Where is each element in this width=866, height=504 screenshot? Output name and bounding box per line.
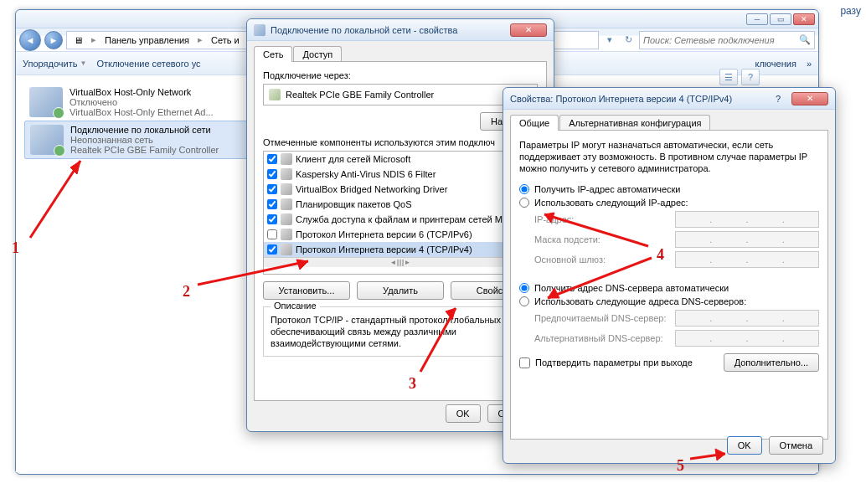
search-icon: 🔍 <box>799 34 811 45</box>
component-label: Kaspersky Anti-Virus NDIS 6 Filter <box>296 169 436 179</box>
radio-manual-dns[interactable] <box>519 296 529 306</box>
subnet-mask-label: Маска подсети: <box>534 234 668 244</box>
component-checkbox[interactable] <box>267 244 277 255</box>
subnet-mask-input: ... <box>675 231 819 248</box>
intro-text: Параметры IP могут назначаться автоматич… <box>519 139 819 174</box>
component-checkbox[interactable] <box>267 199 277 209</box>
folder-icon: 🖥 <box>70 35 86 45</box>
components-listbox[interactable]: Клиент для сетей Microsoft Kaspersky Ant… <box>263 151 538 275</box>
ok-button[interactable]: OK <box>727 436 762 455</box>
close-button[interactable]: ✕ <box>793 13 815 25</box>
radio-manual-ip[interactable] <box>519 198 529 208</box>
radio-auto-ip[interactable] <box>519 184 529 194</box>
help-button[interactable]: ? <box>770 94 786 104</box>
nic-icon <box>269 89 281 100</box>
annotation-number-1: 1 <box>12 239 19 257</box>
ip-address-label: IP-адрес: <box>534 214 668 224</box>
annotation-number-5: 5 <box>677 457 684 475</box>
description-text: Протокол TCP/IP - стандартный протокол г… <box>271 314 530 349</box>
component-checkbox[interactable] <box>267 184 277 194</box>
component-icon <box>281 183 292 195</box>
adapter-title: Подключение по локальной сети <box>70 125 219 135</box>
component-item[interactable]: Kaspersky Anti-Virus NDIS 6 Filter <box>264 167 537 182</box>
adapter-device: Realtek PCIe GBE Family Controller <box>70 145 219 155</box>
validate-label: Подтвердить параметры при выходе <box>535 357 693 368</box>
tab-alternative[interactable]: Альтернативная конфигурация <box>559 115 710 131</box>
radio-auto-dns-label: Получить адрес DNS-сервера автоматически <box>534 283 729 293</box>
component-checkbox[interactable] <box>267 229 277 239</box>
component-item[interactable]: Служба доступа к файлам и принтерам сете… <box>264 212 537 227</box>
component-checkbox[interactable] <box>267 154 277 164</box>
cancel-button[interactable]: Отмена <box>769 436 823 455</box>
tab-access[interactable]: Доступ <box>293 46 342 62</box>
gateway-input: ... <box>675 251 819 268</box>
component-item[interactable]: Клиент для сетей Microsoft <box>264 152 537 167</box>
component-label: Клиент для сетей Microsoft <box>296 154 410 164</box>
component-item[interactable]: VirtualBox Bridged Networking Driver <box>264 182 537 197</box>
breadcrumb-dropdown[interactable]: ▾ <box>602 34 617 45</box>
disable-device-item[interactable]: Отключение сетевого ус <box>96 59 200 69</box>
install-button[interactable]: Установить... <box>263 281 350 300</box>
tab-network[interactable]: Сеть <box>254 46 292 62</box>
annotation-number-4: 4 <box>657 246 664 264</box>
tab-strip: Общие Альтернативная конфигурация <box>503 110 835 131</box>
horizontal-scrollbar[interactable]: ◄ III ► <box>264 257 537 267</box>
ipv4-properties-dialog: Свойства: Протокол Интернета версии 4 (T… <box>503 87 836 464</box>
dialog-title: Подключение по локальной сети - свойства <box>271 25 505 35</box>
organize-menu[interactable]: Упорядочить▼ <box>23 59 86 69</box>
adapter-device: VirtualBox Host-Only Ethernet Ad... <box>70 107 214 117</box>
component-icon <box>281 244 292 255</box>
chevron-right-icon: ▸ <box>88 34 100 45</box>
component-item[interactable]: Планировщик пакетов QoS <box>264 197 537 212</box>
alternate-dns-input: ... <box>675 330 819 347</box>
view-button[interactable]: ☰ <box>719 69 738 85</box>
adapter-title: VirtualBox Host-Only Network <box>70 87 214 97</box>
description-title: Описание <box>271 301 320 311</box>
components-label: Отмеченные компоненты используются этим … <box>263 137 538 147</box>
nav-forward-button[interactable]: ► <box>44 31 63 49</box>
background-text: разу <box>840 5 861 17</box>
radio-manual-dns-label: Использовать следующие адреса DNS-сервер… <box>534 296 746 306</box>
component-item[interactable]: Протокол Интернета версии 6 (TCP/IPv6) <box>264 227 537 242</box>
component-label: Служба доступа к файлам и принтерам сете… <box>296 214 503 224</box>
network-adapter-icon <box>30 125 64 155</box>
radio-manual-ip-label: Использовать следующий IP-адрес: <box>534 198 688 208</box>
adapter-status: Неопознанная сеть <box>70 135 219 145</box>
component-item[interactable]: Протокол Интернета версии 4 (TCP/IPv4) <box>264 242 537 257</box>
close-button[interactable]: ✕ <box>510 23 547 37</box>
radio-auto-dns[interactable] <box>519 283 529 293</box>
toolbar-overflow[interactable]: » <box>807 59 812 69</box>
description-group: Описание Протокол TCP/IP - стандартный п… <box>263 306 538 357</box>
component-checkbox[interactable] <box>267 214 277 224</box>
diagnose-item[interactable]: ключения <box>755 59 796 69</box>
tab-general[interactable]: Общие <box>510 115 559 131</box>
dialog-titlebar: Свойства: Протокол Интернета версии 4 (T… <box>503 88 835 110</box>
refresh-icon[interactable]: ↻ <box>621 34 636 45</box>
close-button[interactable]: ✕ <box>791 92 828 105</box>
annotation-number-3: 3 <box>409 375 416 393</box>
component-checkbox[interactable] <box>267 169 277 179</box>
validate-checkbox[interactable] <box>519 357 530 368</box>
tab-panel-general: Параметры IP могут назначаться автоматич… <box>510 130 828 440</box>
chevron-right-icon: ▸ <box>194 34 206 45</box>
network-adapter-icon <box>29 87 63 117</box>
adapter-status: Отключено <box>70 97 214 107</box>
maximize-button[interactable]: ▭ <box>770 13 791 25</box>
component-icon <box>281 213 292 225</box>
device-name: Realtek PCIe GBE Family Controller <box>286 90 434 100</box>
ok-button[interactable]: OK <box>446 404 481 423</box>
minimize-button[interactable]: ─ <box>746 13 768 25</box>
remove-button[interactable]: Удалить <box>357 281 444 300</box>
breadcrumb-item[interactable]: Сеть и <box>208 35 243 45</box>
connect-via-label: Подключение через: <box>263 70 538 80</box>
advanced-button[interactable]: Дополнительно... <box>724 353 819 372</box>
component-icon <box>281 168 292 180</box>
component-icon <box>281 229 292 240</box>
breadcrumb-item[interactable]: Панель управления <box>101 35 193 45</box>
component-icon <box>281 198 292 210</box>
search-box[interactable]: 🔍 <box>639 31 815 49</box>
search-input[interactable] <box>643 35 799 45</box>
chevron-down-icon: ▼ <box>80 59 86 67</box>
help-button[interactable]: ? <box>741 69 760 85</box>
nav-back-button[interactable]: ◄ <box>19 29 41 51</box>
